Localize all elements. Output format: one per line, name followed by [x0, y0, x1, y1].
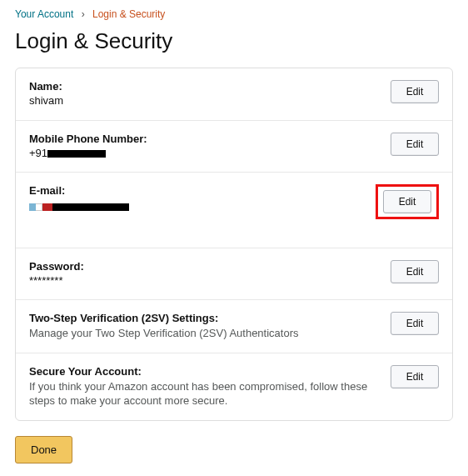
- edit-secure-button[interactable]: Edit: [391, 365, 439, 388]
- breadcrumb-account-link[interactable]: Your Account: [15, 8, 73, 20]
- phone-label: Mobile Phone Number:: [29, 133, 379, 145]
- phone-redacted: [47, 150, 106, 158]
- row-password: Password: ******** Edit: [16, 248, 452, 299]
- page-title: Login & Security: [15, 28, 453, 54]
- settings-panel: Name: shivam Edit Mobile Phone Number: +…: [15, 68, 453, 421]
- phone-value: +91: [29, 147, 379, 159]
- secure-label: Secure Your Account:: [29, 365, 379, 378]
- row-name: Name: shivam Edit: [16, 68, 452, 120]
- row-email: E-mail: Edit: [16, 172, 452, 248]
- row-secure: Secure Your Account: If you think your A…: [16, 353, 452, 420]
- breadcrumb: Your Account › Login & Security: [15, 8, 453, 20]
- name-value: shivam: [29, 94, 379, 107]
- breadcrumb-current: Login & Security: [92, 8, 165, 20]
- email-edit-highlight: Edit: [376, 184, 439, 219]
- secure-desc: If you think your Amazon account has bee…: [29, 379, 379, 408]
- phone-prefix: +91: [29, 147, 47, 159]
- breadcrumb-separator: ›: [82, 8, 85, 20]
- tsv-label: Two-Step Verification (2SV) Settings:: [29, 312, 379, 324]
- name-label: Name:: [29, 80, 379, 93]
- edit-tsv-button[interactable]: Edit: [391, 312, 439, 335]
- edit-name-button[interactable]: Edit: [391, 80, 439, 103]
- edit-email-button[interactable]: Edit: [383, 190, 431, 213]
- password-label: Password:: [29, 260, 379, 273]
- edit-phone-button[interactable]: Edit: [391, 133, 439, 156]
- row-tsv: Two-Step Verification (2SV) Settings: Ma…: [16, 299, 452, 353]
- tsv-desc: Manage your Two Step Verification (2SV) …: [29, 326, 379, 341]
- password-value: ********: [29, 274, 379, 287]
- email-value-redacted: [29, 203, 129, 211]
- edit-password-button[interactable]: Edit: [391, 260, 439, 283]
- email-label: E-mail:: [29, 184, 364, 197]
- row-phone: Mobile Phone Number: +91 Edit: [16, 120, 452, 172]
- done-button[interactable]: Done: [15, 436, 72, 463]
